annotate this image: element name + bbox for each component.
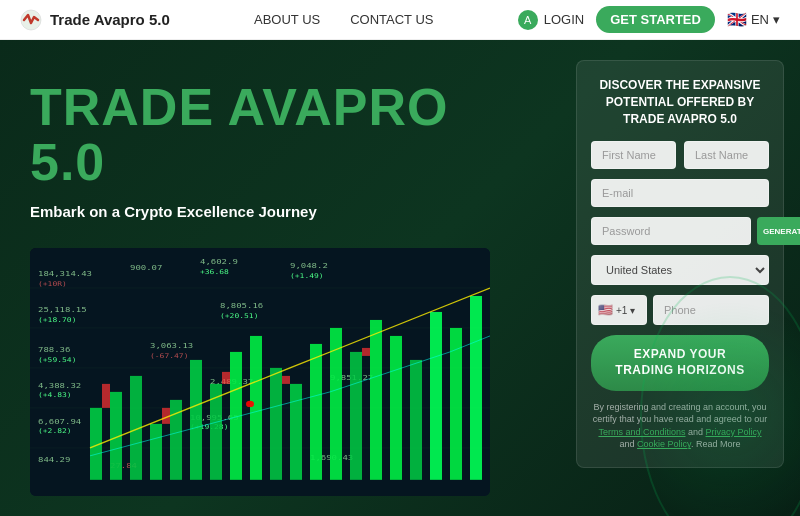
language-selector[interactable]: 🇬🇧 EN ▾ xyxy=(727,10,780,29)
chart-container: 184,314.43 (+10R) 4,602.9 +36.68 900.07 … xyxy=(30,248,490,496)
password-row: GENERATE PASSWORDS xyxy=(591,217,769,245)
login-icon: A xyxy=(518,10,538,30)
svg-rect-49 xyxy=(410,360,422,480)
svg-text:3,063.13: 3,063.13 xyxy=(150,341,193,350)
us-flag-icon: 🇺🇸 xyxy=(598,303,613,317)
svg-rect-48 xyxy=(390,336,402,480)
nav-links: ABOUT US CONTACT US xyxy=(254,12,434,27)
svg-rect-38 xyxy=(190,360,202,480)
navbar-right: A LOGIN GET STARTED 🇬🇧 EN ▾ xyxy=(518,6,780,33)
svg-text:+36.68: +36.68 xyxy=(200,268,229,276)
svg-point-58 xyxy=(246,401,254,407)
svg-text:844.29: 844.29 xyxy=(38,455,71,464)
form-title: DISCOVER THE EXPANSIVE POTENTIAL OFFERED… xyxy=(591,77,769,127)
hero-title: TRADE AVAPRO 5.0 xyxy=(30,80,530,189)
and2-text: and xyxy=(620,439,638,449)
password-input[interactable] xyxy=(591,217,751,245)
chevron-down-icon: ▾ xyxy=(773,12,780,27)
svg-rect-55 xyxy=(222,372,230,384)
name-row xyxy=(591,141,769,169)
svg-text:(+10R): (+10R) xyxy=(38,280,67,288)
svg-text:4,388.32: 4,388.32 xyxy=(38,381,81,390)
get-started-button[interactable]: GET STARTED xyxy=(596,6,715,33)
chart-svg: 184,314.43 (+10R) 4,602.9 +36.68 900.07 … xyxy=(30,248,490,496)
flag-icon: 🇬🇧 xyxy=(727,10,747,29)
hero-image: 184,314.43 (+10R) 4,602.9 +36.68 900.07 … xyxy=(30,248,490,496)
svg-rect-41 xyxy=(250,336,262,480)
svg-text:(+2.82): (+2.82) xyxy=(38,427,72,435)
last-name-input[interactable] xyxy=(684,141,769,169)
hero-left: TRADE AVAPRO 5.0 Embark on a Crypto Exce… xyxy=(0,40,560,516)
svg-rect-43 xyxy=(290,384,302,480)
phone-chevron-icon: ▾ xyxy=(630,305,635,316)
svg-text:(+20.51): (+20.51) xyxy=(220,312,258,320)
svg-rect-51 xyxy=(450,328,462,480)
svg-rect-42 xyxy=(270,368,282,480)
svg-rect-36 xyxy=(150,424,162,480)
svg-rect-52 xyxy=(470,296,482,480)
svg-rect-57 xyxy=(362,348,370,356)
logo-text: Trade Avapro 5.0 xyxy=(50,11,170,28)
login-label: LOGIN xyxy=(544,12,584,27)
contact-us-link[interactable]: CONTACT US xyxy=(350,12,433,27)
first-name-input[interactable] xyxy=(591,141,676,169)
svg-text:(-67.47): (-67.47) xyxy=(150,352,188,360)
svg-rect-53 xyxy=(102,384,110,408)
hero-section: TRADE AVAPRO 5.0 Embark on a Crypto Exce… xyxy=(0,40,800,516)
svg-text:6,607.94: 6,607.94 xyxy=(38,417,81,426)
logo[interactable]: Trade Avapro 5.0 xyxy=(20,9,170,31)
svg-rect-46 xyxy=(350,352,362,480)
login-button[interactable]: A LOGIN xyxy=(518,10,584,30)
svg-text:8,805.16: 8,805.16 xyxy=(220,301,263,310)
svg-rect-44 xyxy=(310,344,322,480)
phone-code-text: +1 xyxy=(616,305,627,316)
svg-text:25,118.15: 25,118.15 xyxy=(38,305,87,314)
svg-rect-39 xyxy=(210,384,222,480)
hero-subtitle: Embark on a Crypto Excellence Journey xyxy=(30,203,530,220)
svg-text:900.07: 900.07 xyxy=(130,264,163,273)
svg-rect-50 xyxy=(430,312,442,480)
svg-text:(+59.54): (+59.54) xyxy=(38,356,76,364)
svg-text:(+18.70): (+18.70) xyxy=(38,316,76,324)
svg-rect-56 xyxy=(282,376,290,384)
svg-text:788.36: 788.36 xyxy=(38,345,71,354)
svg-text:9,048.2: 9,048.2 xyxy=(290,261,328,270)
svg-text:184,314.43: 184,314.43 xyxy=(38,269,92,278)
about-us-link[interactable]: ABOUT US xyxy=(254,12,320,27)
phone-code-selector[interactable]: 🇺🇸 +1 ▾ xyxy=(591,295,647,325)
svg-text:(+1.49): (+1.49) xyxy=(290,272,324,280)
logo-icon xyxy=(20,9,42,31)
navbar: Trade Avapro 5.0 ABOUT US CONTACT US A L… xyxy=(0,0,800,40)
email-input[interactable] xyxy=(591,179,769,207)
svg-text:4,602.9: 4,602.9 xyxy=(200,257,238,266)
lang-label: EN xyxy=(751,12,769,27)
generate-password-button[interactable]: GENERATE PASSWORDS xyxy=(757,217,800,245)
svg-text:(+4.83): (+4.83) xyxy=(38,391,72,399)
svg-rect-47 xyxy=(370,320,382,480)
